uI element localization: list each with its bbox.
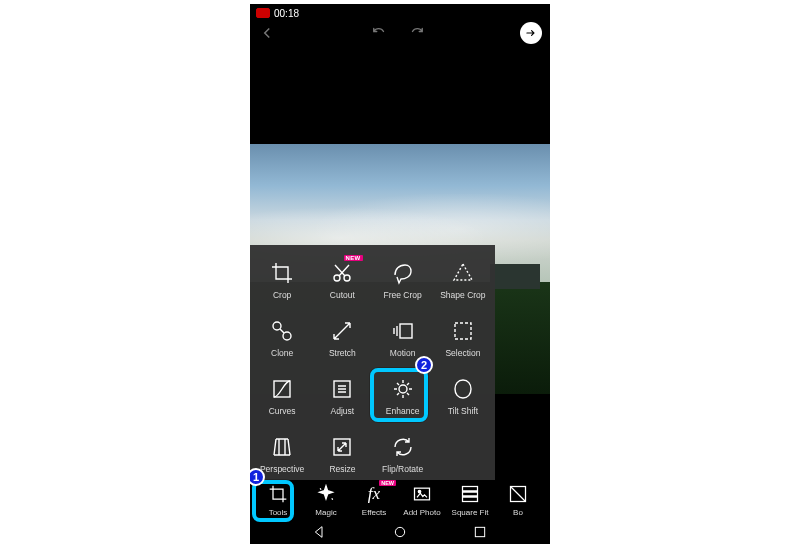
- svg-point-2: [273, 322, 281, 330]
- new-badge: NEW: [379, 480, 396, 486]
- svg-point-11: [418, 490, 421, 493]
- tool-cutout[interactable]: NEW Cutout: [312, 251, 372, 309]
- selection-icon: [450, 318, 476, 344]
- crop-icon: [269, 260, 295, 286]
- shape-crop-icon: [450, 260, 476, 286]
- nav-back[interactable]: [310, 522, 330, 542]
- nav-recent[interactable]: [470, 522, 490, 542]
- svg-rect-5: [455, 323, 471, 339]
- undo-icon[interactable]: [370, 24, 388, 42]
- tool-curves[interactable]: Curves: [252, 367, 312, 425]
- toolbar-border[interactable]: Bo: [494, 483, 542, 517]
- resize-icon: [329, 434, 355, 460]
- confirm-button[interactable]: [520, 22, 542, 44]
- tool-label: Crop: [273, 290, 291, 300]
- tool-label: Shape Crop: [440, 290, 485, 300]
- tool-resize[interactable]: Resize: [312, 425, 372, 483]
- recording-icon: [256, 8, 270, 18]
- svg-point-8: [399, 385, 407, 393]
- tool-label: Clone: [271, 348, 293, 358]
- tool-label: Motion: [390, 348, 416, 358]
- tool-free-crop[interactable]: Free Crop: [373, 251, 433, 309]
- empty-cell: [433, 425, 493, 483]
- svg-point-14: [395, 527, 404, 536]
- status-time: 00:18: [274, 8, 299, 19]
- tool-label: Stretch: [329, 348, 356, 358]
- building-silhouette: [490, 264, 540, 289]
- tilt-shift-icon: [450, 376, 476, 402]
- tool-tilt-shift[interactable]: Tilt Shift: [433, 367, 493, 425]
- enhance-icon: [390, 376, 416, 402]
- status-bar: 00:18: [250, 4, 550, 22]
- tool-shape-crop[interactable]: Shape Crop: [433, 251, 493, 309]
- stretch-icon: [329, 318, 355, 344]
- tool-label: Flip/Rotate: [382, 464, 423, 474]
- tool-enhance[interactable]: Enhance: [373, 367, 433, 425]
- tool-selection[interactable]: Selection: [433, 309, 493, 367]
- toolbar-effects[interactable]: NEW fx Effects: [350, 483, 398, 517]
- cutout-icon: [329, 260, 355, 286]
- bottom-toolbar: Tools Magic NEW fx Effects Add Photo Squ…: [250, 480, 550, 520]
- toolbar-square-fit[interactable]: Square Fit: [446, 483, 494, 517]
- svg-rect-15: [475, 527, 484, 536]
- curves-icon: [269, 376, 295, 402]
- effects-icon: fx: [363, 483, 385, 505]
- bt-label: Add Photo: [403, 508, 440, 517]
- android-nav-bar: [250, 520, 550, 544]
- svg-rect-12: [463, 487, 478, 502]
- border-icon: [507, 483, 529, 505]
- perspective-icon: [269, 434, 295, 460]
- add-photo-icon: [411, 483, 433, 505]
- motion-icon: [390, 318, 416, 344]
- toolbar-add-photo[interactable]: Add Photo: [398, 483, 446, 517]
- tool-label: Enhance: [386, 406, 420, 416]
- tool-clone[interactable]: Clone: [252, 309, 312, 367]
- svg-rect-4: [400, 324, 412, 338]
- back-icon[interactable]: [258, 24, 276, 42]
- top-actions: [250, 22, 550, 44]
- adjust-icon: [329, 376, 355, 402]
- tool-flip-rotate[interactable]: Flip/Rotate: [373, 425, 433, 483]
- magic-icon: [315, 483, 337, 505]
- bt-label: Bo: [513, 508, 523, 517]
- tool-label: Curves: [269, 406, 296, 416]
- tool-crop[interactable]: Crop: [252, 251, 312, 309]
- redo-icon[interactable]: [408, 24, 426, 42]
- tool-label: Adjust: [331, 406, 355, 416]
- flip-rotate-icon: [390, 434, 416, 460]
- bt-label: Tools: [269, 508, 288, 517]
- tool-label: Selection: [445, 348, 480, 358]
- tool-label: Resize: [329, 464, 355, 474]
- tool-stretch[interactable]: Stretch: [312, 309, 372, 367]
- toolbar-tools[interactable]: Tools: [254, 483, 302, 517]
- tool-adjust[interactable]: Adjust: [312, 367, 372, 425]
- clone-icon: [269, 318, 295, 344]
- step-badge-2: 2: [415, 356, 433, 374]
- bt-label: Effects: [362, 508, 386, 517]
- tool-label: Perspective: [260, 464, 304, 474]
- phone-frame: 00:18 Crop NEW Cutout: [250, 4, 550, 544]
- tool-label: Cutout: [330, 290, 355, 300]
- toolbar-magic[interactable]: Magic: [302, 483, 350, 517]
- bt-label: Square Fit: [452, 508, 489, 517]
- free-crop-icon: [390, 260, 416, 286]
- tool-label: Free Crop: [383, 290, 421, 300]
- nav-home[interactable]: [390, 522, 410, 542]
- tools-popup: Crop NEW Cutout Free Crop Shape Crop Clo…: [250, 245, 495, 485]
- bt-label: Magic: [315, 508, 336, 517]
- tools-icon: [267, 483, 289, 505]
- tool-label: Tilt Shift: [448, 406, 478, 416]
- svg-rect-10: [415, 488, 430, 500]
- svg-point-3: [283, 332, 291, 340]
- new-badge: NEW: [344, 255, 363, 261]
- square-fit-icon: [459, 483, 481, 505]
